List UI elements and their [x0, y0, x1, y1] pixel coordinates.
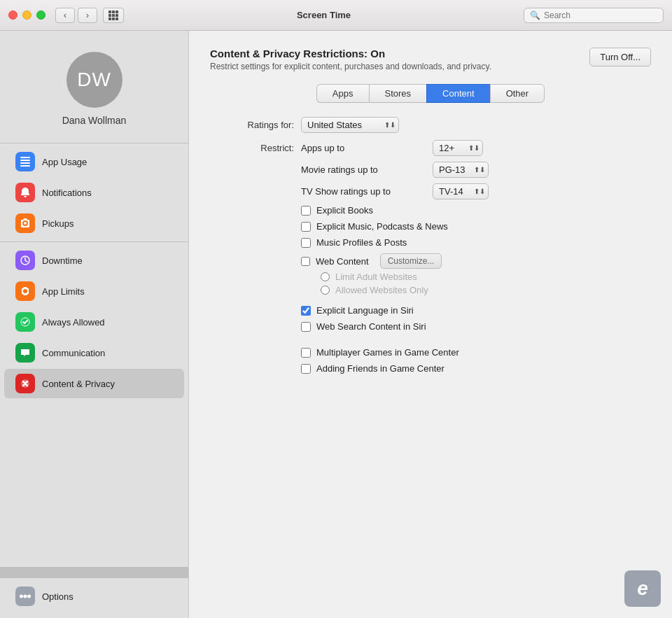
tv-ratings-select[interactable]: TV-14 [433, 183, 489, 199]
ratings-select-wrapper[interactable]: United States ⬆⬇ [301, 117, 399, 133]
movie-ratings-label: Movie ratings up to [301, 164, 427, 175]
explicit-siri-checkbox[interactable] [301, 306, 311, 316]
content-privacy-icon [15, 374, 35, 393]
sidebar-item-notifications[interactable]: Notifications [4, 178, 184, 207]
explicit-books-label[interactable]: Explicit Books [316, 205, 373, 216]
explicit-music-row: Explicit Music, Podcasts & News [301, 221, 651, 232]
sidebar-divider3 [0, 567, 188, 578]
ratings-label: Ratings for: [210, 120, 294, 130]
multiplayer-label[interactable]: Multiplayer Games in Game Center [316, 347, 459, 358]
adding-friends-checkbox[interactable] [301, 364, 311, 374]
svg-point-7 [24, 595, 27, 598]
window-title: Screen Time [124, 10, 524, 20]
sidebar-divider2 [0, 241, 188, 242]
sidebar-label-content-privacy: Content & Privacy [42, 379, 115, 389]
multiplayer-checkbox[interactable] [301, 348, 311, 358]
titlebar: ‹ › Screen Time 🔍 [0, 0, 672, 31]
sidebar-item-communication[interactable]: Communication [4, 338, 184, 367]
web-search-siri-checkbox[interactable] [301, 322, 311, 332]
sidebar-label-app-limits: App Limits [42, 286, 85, 297]
traffic-lights [8, 10, 46, 20]
explicit-books-checkbox[interactable] [301, 206, 311, 216]
svg-rect-2 [20, 157, 30, 158]
search-box[interactable]: 🔍 [524, 8, 664, 23]
content-desc: Restrict settings for explicit content, … [210, 62, 491, 71]
forward-button[interactable]: › [78, 8, 97, 23]
web-search-siri-label[interactable]: Web Search Content in Siri [316, 321, 426, 332]
communication-icon [15, 343, 35, 363]
movie-ratings-select-wrapper[interactable]: PG-13 ⬆⬇ [433, 162, 489, 178]
close-button[interactable] [8, 10, 18, 20]
adding-friends-label[interactable]: Adding Friends in Game Center [316, 363, 444, 374]
sidebar-item-content-privacy[interactable]: Content & Privacy [4, 369, 184, 398]
web-search-siri-row: Web Search Content in Siri [301, 321, 651, 332]
limit-adult-row: Limit Adult Websites [321, 272, 651, 282]
music-profiles-label[interactable]: Music Profiles & Posts [316, 237, 407, 248]
grid-button[interactable] [103, 8, 124, 23]
explicit-music-checkbox[interactable] [301, 222, 311, 232]
ratings-select[interactable]: United States [301, 117, 399, 133]
sidebar-item-pickups[interactable]: Pickups [4, 209, 184, 238]
tabs-row: Apps Stores Content Other [210, 84, 651, 103]
explicit-books-row: Explicit Books [301, 205, 651, 216]
search-icon: 🔍 [530, 10, 540, 20]
content-header: Content & Privacy Restrictions: On Restr… [210, 48, 651, 71]
avatar: DW [66, 52, 122, 108]
tab-apps[interactable]: Apps [316, 84, 369, 103]
sidebar-label-downtime: Downtime [42, 255, 83, 266]
music-profiles-checkbox[interactable] [301, 238, 311, 248]
sidebar-label-pickups: Pickups [42, 218, 74, 229]
sidebar-label-always-allowed: Always Allowed [42, 317, 105, 328]
header-left: Content & Privacy Restrictions: On Restr… [210, 48, 491, 71]
customize-button[interactable]: Customize... [380, 253, 442, 269]
app-usage-icon [15, 152, 35, 171]
always-allowed-icon [15, 312, 35, 332]
tv-ratings-select-wrapper[interactable]: TV-14 ⬆⬇ [433, 183, 489, 199]
allowed-only-label[interactable]: Allowed Websites Only [335, 285, 428, 295]
content-title-label: Content & Privacy Restrictions: [210, 48, 368, 59]
apps-ratings-select[interactable]: 12+ [433, 140, 483, 156]
main-layout: DW Dana Wollman App Usage Notificati [0, 31, 672, 618]
allowed-only-radio[interactable] [321, 286, 330, 295]
limit-adult-label[interactable]: Limit Adult Websites [335, 272, 417, 282]
restrict-section: Restrict: Apps up to 12+ ⬆⬇ Movie rating… [210, 140, 651, 300]
web-content-checkbox[interactable] [301, 257, 310, 266]
minimize-button[interactable] [22, 10, 31, 20]
tab-content[interactable]: Content [426, 84, 490, 103]
explicit-siri-label[interactable]: Explicit Language in Siri [316, 305, 414, 316]
username: Dana Wollman [62, 115, 127, 126]
pickups-icon [15, 213, 35, 233]
music-profiles-row: Music Profiles & Posts [301, 237, 651, 248]
multiplayer-row: Multiplayer Games in Game Center [301, 347, 651, 358]
allowed-only-row: Allowed Websites Only [321, 285, 651, 295]
apps-ratings-label: Apps up to [301, 143, 427, 153]
apps-ratings-select-wrapper[interactable]: 12+ ⬆⬇ [433, 140, 483, 156]
content-title: Content & Privacy Restrictions: On [210, 48, 491, 59]
sidebar: DW Dana Wollman App Usage Notificati [0, 31, 189, 618]
content-status: On [370, 48, 385, 59]
sidebar-item-app-usage[interactable]: App Usage [4, 147, 184, 176]
tab-stores[interactable]: Stores [369, 84, 427, 103]
tab-other[interactable]: Other [490, 84, 545, 103]
movie-ratings-select[interactable]: PG-13 [433, 162, 489, 178]
ratings-row: Ratings for: United States ⬆⬇ [210, 117, 651, 133]
svg-rect-0 [20, 160, 30, 161]
search-input[interactable] [544, 10, 657, 20]
web-content-row: Web Content Customize... [301, 253, 651, 269]
turn-off-button[interactable]: Turn Off... [589, 48, 651, 66]
explicit-music-label[interactable]: Explicit Music, Podcasts & News [316, 221, 448, 232]
back-button[interactable]: ‹ [55, 8, 75, 23]
sidebar-item-downtime[interactable]: Downtime [4, 246, 184, 275]
svg-point-8 [20, 595, 23, 598]
sidebar-item-always-allowed[interactable]: Always Allowed [4, 307, 184, 337]
limit-adult-radio[interactable] [321, 272, 330, 281]
sidebar-label-notifications: Notifications [42, 188, 92, 198]
grid-icon [108, 10, 118, 20]
web-content-label[interactable]: Web Content [316, 256, 369, 267]
restrict-content: Apps up to 12+ ⬆⬇ Movie ratings up to PG… [301, 140, 651, 300]
content-area: Content & Privacy Restrictions: On Restr… [189, 31, 672, 618]
maximize-button[interactable] [36, 10, 46, 20]
sidebar-item-app-limits[interactable]: App Limits [4, 276, 184, 306]
sidebar-item-options[interactable]: Options [4, 582, 184, 611]
nav-buttons: ‹ › [55, 8, 97, 23]
